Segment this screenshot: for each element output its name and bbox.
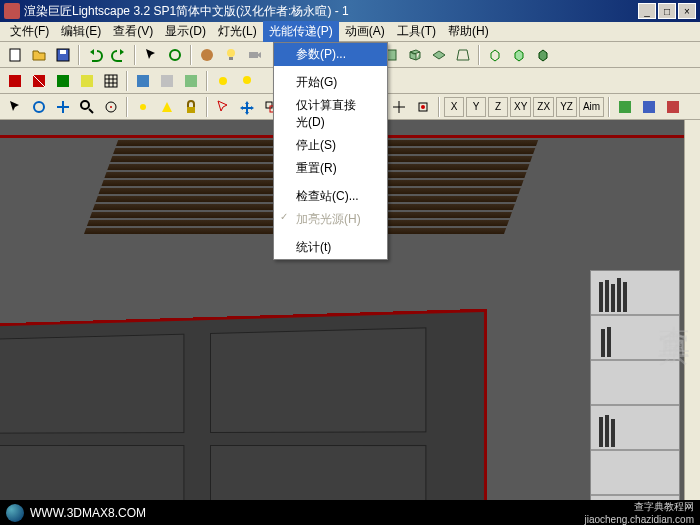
menu-separator [276,68,385,69]
scrollbar-vertical[interactable] [684,120,700,500]
arrow-icon[interactable] [4,96,26,118]
window-title: 渲染巨匠Lightscape 3.2 SP1简体中文版(汉化作者:杨永暄) - … [24,3,636,20]
new-icon[interactable] [4,44,26,66]
rotate-view-icon[interactable] [28,96,50,118]
menu-light[interactable]: 灯光(L) [212,21,263,42]
separator [126,97,128,117]
svg-point-19 [219,77,227,85]
menu-item-start[interactable]: 开始(G) [274,71,387,94]
material-icon[interactable] [196,44,218,66]
separator [134,45,136,65]
svg-rect-0 [10,49,20,61]
footer-wm1: 查字典教程网 [584,500,694,514]
svg-point-20 [243,76,251,84]
axis-x[interactable]: X [444,97,464,117]
grid-icon[interactable] [100,70,122,92]
move-icon[interactable] [236,96,258,118]
axis-y[interactable]: Y [466,97,486,117]
tex1-icon[interactable] [132,70,154,92]
pick-icon[interactable] [212,96,234,118]
menu-item-reset[interactable]: 重置(R) [274,157,387,180]
footer-wm2: jiaocheng.chazidian.com [584,514,694,525]
cube1-icon[interactable] [484,44,506,66]
menu-view[interactable]: 查看(V) [107,21,159,42]
axis-zx[interactable]: ZX [533,97,554,117]
separator [438,97,440,117]
redo-icon[interactable] [108,44,130,66]
svg-rect-36 [667,101,679,113]
mesh3-icon[interactable] [662,96,684,118]
light-icon[interactable] [220,44,242,66]
cube2-icon[interactable] [508,44,530,66]
wall-panel [0,312,484,500]
mesh2-icon[interactable] [638,96,660,118]
shade1-icon[interactable] [4,70,26,92]
pan-icon[interactable] [52,96,74,118]
menu-item-direct-only[interactable]: 仅计算直接光(D) [274,94,387,134]
undo-icon[interactable] [84,44,106,66]
menu-anim[interactable]: 动画(A) [339,21,391,42]
view-top-icon[interactable] [428,44,450,66]
close-button[interactable]: × [678,3,696,19]
svg-rect-18 [185,75,197,87]
maximize-button[interactable]: □ [658,3,676,19]
target-icon[interactable] [100,96,122,118]
axis-xy[interactable]: XY [510,97,531,117]
camera-icon[interactable] [244,44,266,66]
svg-rect-11 [9,75,21,87]
svg-point-25 [140,104,146,110]
zoom-icon[interactable] [76,96,98,118]
lock-icon[interactable] [180,96,202,118]
menu-file[interactable]: 文件(F) [4,21,55,42]
site-label: WWW.3DMAX8.COM [30,506,146,520]
svg-rect-27 [266,102,272,108]
menu-item-stop[interactable]: 停止(S) [274,134,387,157]
sun-icon[interactable] [212,70,234,92]
axis-aim[interactable]: Aim [579,97,604,117]
view-persp-icon[interactable] [452,44,474,66]
svg-point-22 [81,101,89,109]
separator [126,71,128,91]
tex3-icon[interactable] [180,70,202,92]
select-icon[interactable] [140,44,162,66]
separator [190,45,192,65]
snap5-icon[interactable] [412,96,434,118]
site-logo-icon [6,504,24,522]
light-spot-icon[interactable] [156,96,178,118]
shade2-icon[interactable] [28,70,50,92]
bulb-icon[interactable] [236,70,258,92]
menu-tools[interactable]: 工具(T) [391,21,442,42]
menu-item-params[interactable]: 参数(P)... [274,43,387,66]
mesh1-icon[interactable] [614,96,636,118]
minimize-button[interactable]: _ [638,3,656,19]
wireframe-icon[interactable] [52,70,74,92]
app-icon [4,3,20,19]
menu-help[interactable]: 帮助(H) [442,21,495,42]
open-icon[interactable] [28,44,50,66]
save-icon[interactable] [52,44,74,66]
menu-display[interactable]: 显示(D) [159,21,212,42]
axis-z[interactable]: Z [488,97,508,117]
hidden-icon[interactable] [76,70,98,92]
light-point-icon[interactable] [132,96,154,118]
svg-point-33 [421,105,425,109]
menu-radiosity[interactable]: 光能传递(P) [263,21,339,42]
check-icon: ✓ [280,211,288,222]
separator [206,71,208,91]
cube3-icon[interactable] [532,44,554,66]
axis-yz[interactable]: YZ [556,97,577,117]
rotate-icon[interactable] [164,44,186,66]
menu-separator [276,182,385,183]
svg-point-3 [170,50,180,60]
menu-item-stats[interactable]: 统计(t) [274,236,387,259]
svg-rect-6 [229,57,233,60]
tex2-icon[interactable] [156,70,178,92]
menu-edit[interactable]: 编辑(E) [55,21,107,42]
menu-item-checkpoint[interactable]: 检查站(C)... [274,185,387,208]
title-bar: 渲染巨匠Lightscape 3.2 SP1简体中文版(汉化作者:杨永暄) - … [0,0,700,22]
svg-point-24 [110,106,112,108]
view-side-icon[interactable] [404,44,426,66]
menu-item-highlight-source[interactable]: ✓加亮光源(H) [274,208,387,231]
snap4-icon[interactable] [388,96,410,118]
svg-rect-7 [249,52,258,58]
